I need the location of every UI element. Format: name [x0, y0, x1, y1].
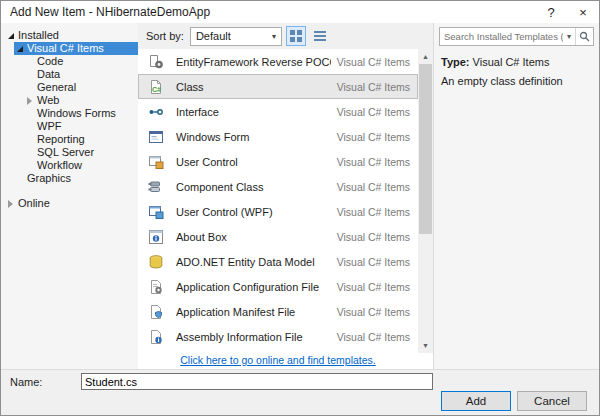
dialog-footer: Name: Add Cancel	[1, 369, 599, 415]
sort-by-value: Default	[196, 30, 231, 42]
tree-item-graphics[interactable]: Graphics	[1, 172, 138, 185]
template-type-line: Type: Visual C# Items	[441, 56, 599, 68]
add-new-item-dialog: Add New Item - NHibernateDemoApp ? × Ins…	[0, 0, 600, 416]
template-name: Windows Form	[176, 131, 331, 143]
tree-item-sql-server[interactable]: SQL Server	[1, 146, 138, 159]
template-name: Assembly Information File	[176, 331, 331, 343]
template-type: Visual C# Items	[337, 181, 410, 193]
tree-label: Code	[37, 55, 63, 68]
svg-text:C#: C#	[152, 86, 161, 93]
titlebar: Add New Item - NHibernateDemoApp ? ×	[1, 1, 599, 23]
template-list-item[interactable]: Interface Visual C# Items	[138, 99, 418, 124]
tree-label: Data	[37, 68, 60, 81]
tree-item-windows-forms[interactable]: Windows Forms	[1, 107, 138, 120]
tree-item-reporting[interactable]: Reporting	[1, 133, 138, 146]
view-list-button[interactable]	[310, 26, 330, 46]
help-button[interactable]: ?	[535, 1, 567, 23]
tree-label: Graphics	[27, 172, 71, 185]
tree-label: Visual C# Items	[27, 42, 104, 55]
close-button[interactable]: ×	[567, 1, 599, 23]
tree-item-visual-csharp[interactable]: Visual C# Items	[14, 42, 138, 55]
view-small-icons-button[interactable]	[286, 26, 306, 46]
component-class-icon	[148, 178, 168, 196]
chevron-down-icon[interactable]: ▾	[563, 32, 575, 41]
tree-label: SQL Server	[37, 146, 94, 159]
poco-generator-icon	[148, 53, 168, 71]
template-type: Visual C# Items	[337, 306, 410, 318]
template-name: Application Configuration File	[176, 281, 331, 293]
tree-item-code[interactable]: Code	[1, 55, 138, 68]
tree-item-general[interactable]: General	[1, 81, 138, 94]
template-name: EntityFramework Reverse POCO Code First …	[176, 56, 331, 68]
online-link-row: Click here to go online and find templat…	[138, 353, 418, 369]
tree-item-data[interactable]: Data	[1, 68, 138, 81]
app-manifest-file-icon	[148, 303, 168, 321]
grid-view-icon	[290, 30, 302, 42]
sort-by-label: Sort by:	[146, 30, 184, 42]
windows-form-icon	[148, 128, 168, 146]
template-type: Visual C# Items	[337, 206, 410, 218]
dialog-body: Installed Visual C# Items Code Data Gene…	[1, 23, 599, 369]
template-list-item[interactable]: Assembly Information File Visual C# Item…	[138, 324, 418, 349]
template-list: EntityFramework Reverse POCO Code First …	[138, 49, 418, 353]
template-name: Interface	[176, 106, 331, 118]
type-label: Type:	[441, 56, 470, 68]
template-description: An empty class definition	[441, 75, 599, 87]
template-list-item[interactable]: ADO.NET Entity Data Model Visual C# Item…	[138, 249, 418, 274]
tree-item-workflow[interactable]: Workflow	[1, 159, 138, 172]
scroll-down-button[interactable]: ▼	[418, 338, 433, 353]
assembly-info-file-icon	[148, 328, 168, 346]
template-list-item[interactable]: About Box Visual C# Items	[138, 224, 418, 249]
template-type: Visual C# Items	[337, 156, 410, 168]
list-view-icon	[314, 30, 326, 42]
scroll-up-button[interactable]: ▲	[418, 49, 433, 64]
tree-label: Reporting	[37, 133, 85, 146]
template-name: User Control	[176, 156, 331, 168]
tree-label: Workflow	[37, 159, 82, 172]
user-control-wpf-icon	[148, 203, 168, 221]
name-label: Name:	[10, 376, 42, 388]
category-tree: Installed Visual C# Items Code Data Gene…	[1, 23, 138, 369]
template-list-item[interactable]: C# Class Visual C# Items	[138, 74, 418, 99]
name-input[interactable]	[81, 373, 433, 390]
scroll-thumb[interactable]	[419, 64, 432, 234]
tree-label: General	[37, 81, 76, 94]
cancel-button[interactable]: Cancel	[517, 391, 587, 411]
sort-by-dropdown[interactable]: Default ▾	[190, 27, 282, 46]
template-list-item[interactable]: Component Class Visual C# Items	[138, 174, 418, 199]
details-panel: ▾ Type: Visual C# Items An empty class d…	[433, 23, 599, 369]
template-list-item[interactable]: User Control Visual C# Items	[138, 149, 418, 174]
tree-label: Web	[37, 94, 59, 107]
online-templates-link[interactable]: Click here to go online and find templat…	[180, 354, 376, 366]
tree-item-web[interactable]: Web	[1, 94, 138, 107]
template-type: Visual C# Items	[337, 81, 410, 93]
template-list-item[interactable]: User Control (WPF) Visual C# Items	[138, 199, 418, 224]
template-list-item[interactable]: Application Configuration File Visual C#…	[138, 274, 418, 299]
tree-item-online[interactable]: Online	[1, 197, 138, 210]
template-name: Class	[176, 81, 331, 93]
template-name: Component Class	[176, 181, 331, 193]
window-controls: ? ×	[535, 1, 599, 23]
template-list-item[interactable]: Application Manifest File Visual C# Item…	[138, 299, 418, 324]
collapsed-triangle-icon	[27, 97, 32, 105]
class-icon: C#	[148, 78, 168, 96]
window-title: Add New Item - NHibernateDemoApp	[1, 5, 210, 19]
search-icon[interactable]	[575, 28, 593, 45]
template-name: ADO.NET Entity Data Model	[176, 256, 331, 268]
type-value: Visual C# Items	[473, 56, 550, 68]
scrollbar[interactable]: ▲ ▼	[418, 49, 433, 353]
template-list-item[interactable]: Windows Form Visual C# Items	[138, 124, 418, 149]
search-box: ▾	[439, 27, 594, 46]
app-config-file-icon	[148, 278, 168, 296]
tree-label: WPF	[37, 120, 61, 133]
template-list-item[interactable]: EntityFramework Reverse POCO Code First …	[138, 49, 418, 74]
entity-data-model-icon	[148, 253, 168, 271]
search-input[interactable]	[440, 31, 563, 42]
add-button[interactable]: Add	[441, 391, 511, 411]
template-panel: Sort by: Default ▾ EntityFramework Rever…	[138, 23, 433, 369]
template-name: About Box	[176, 231, 331, 243]
tree-label: Installed	[18, 29, 59, 42]
tree-item-wpf[interactable]: WPF	[1, 120, 138, 133]
template-type: Visual C# Items	[337, 131, 410, 143]
tree-item-installed[interactable]: Installed	[1, 29, 138, 42]
